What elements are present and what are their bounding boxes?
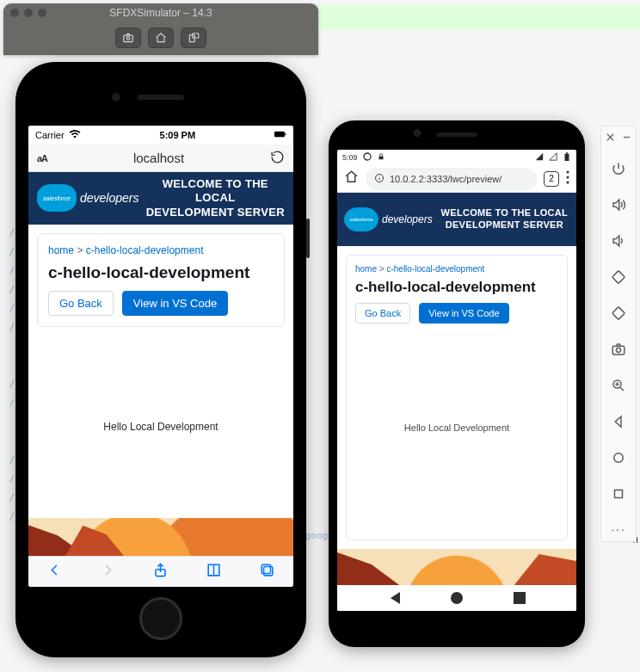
component-output: Hello Local Development bbox=[28, 336, 293, 518]
ios-front-camera bbox=[112, 93, 120, 102]
chrome-tab-count[interactable]: 2 bbox=[544, 171, 559, 187]
svg-rect-18 bbox=[612, 307, 625, 320]
emu-overview-icon[interactable] bbox=[611, 486, 626, 505]
close-window-icon[interactable] bbox=[10, 9, 19, 17]
site-info-icon[interactable] bbox=[374, 173, 385, 185]
svg-point-20 bbox=[616, 348, 620, 352]
safari-address-bar[interactable]: aA localhost bbox=[28, 145, 293, 172]
android-clock: 5:09 bbox=[342, 153, 358, 162]
share-icon[interactable] bbox=[152, 562, 169, 582]
go-back-button[interactable]: Go Back bbox=[355, 303, 410, 324]
svg-rect-10 bbox=[378, 157, 383, 160]
android-recents-icon[interactable] bbox=[514, 592, 526, 604]
background-highlight-bar bbox=[279, 5, 640, 29]
breadcrumb-home-link[interactable]: home bbox=[48, 244, 74, 256]
battery-icon bbox=[274, 130, 286, 140]
ios-clock: 5:09 PM bbox=[160, 130, 196, 140]
reader-aa-icon[interactable]: aA bbox=[37, 153, 47, 163]
view-in-vscode-button[interactable]: View in VS Code bbox=[122, 291, 228, 316]
wallpaper-strip bbox=[28, 518, 293, 556]
signal-icon-2 bbox=[549, 152, 557, 163]
developers-word: developers bbox=[382, 213, 433, 225]
volume-up-icon[interactable] bbox=[611, 197, 626, 216]
svg-rect-23 bbox=[615, 490, 623, 498]
view-in-vscode-button[interactable]: View in VS Code bbox=[419, 303, 508, 324]
chrome-menu-icon[interactable] bbox=[566, 170, 569, 188]
more-icon[interactable]: ··· bbox=[611, 522, 626, 536]
emu-home-icon[interactable] bbox=[611, 450, 626, 469]
svg-rect-5 bbox=[285, 133, 286, 135]
breadcrumb-home-link[interactable]: home bbox=[355, 264, 377, 274]
component-heading: c-hello-local-development bbox=[355, 279, 558, 296]
battery-icon bbox=[563, 152, 571, 163]
cloud-icon: salesforce bbox=[37, 184, 77, 212]
salesforce-logo: salesforce developers bbox=[37, 184, 139, 212]
chrome-url-pill[interactable]: 10.0.2.2:3333/lwc/preview/ bbox=[366, 168, 537, 190]
android-nav-bar bbox=[337, 585, 576, 611]
svg-point-1 bbox=[126, 37, 130, 40]
simulator-window-chrome: SFDXSimulator – 14.3 bbox=[3, 3, 318, 55]
developers-word: developers bbox=[80, 191, 139, 205]
forward-icon bbox=[100, 562, 116, 582]
carrier-label: Carrier bbox=[35, 130, 65, 140]
salesforce-logo: salesforce developers bbox=[344, 207, 433, 231]
android-front-camera bbox=[414, 129, 422, 137]
bookmarks-icon[interactable] bbox=[206, 562, 222, 582]
wallpaper-strip bbox=[337, 549, 576, 585]
breadcrumb-current: c-hello-local-development bbox=[86, 244, 204, 256]
traffic-lights[interactable] bbox=[10, 9, 46, 17]
rotate-left-icon[interactable] bbox=[611, 269, 626, 288]
component-output: Hello Local Development bbox=[355, 324, 558, 531]
safari-toolbar bbox=[28, 556, 293, 587]
svg-point-15 bbox=[566, 176, 569, 178]
app-header-android: salesforce developers WELCOME TO THE LOC… bbox=[337, 193, 576, 246]
tabs-icon[interactable] bbox=[259, 562, 275, 582]
home-button[interactable] bbox=[148, 28, 174, 48]
svg-rect-4 bbox=[274, 132, 285, 137]
emulator-sidebar: ··· bbox=[600, 126, 637, 542]
svg-rect-12 bbox=[566, 152, 568, 154]
ios-status-bar: Carrier 5:09 PM bbox=[28, 126, 293, 145]
welcome-heading: WELCOME TO THE LOCAL DEVELOPMENT SERVER bbox=[146, 177, 286, 219]
svg-rect-3 bbox=[193, 34, 199, 38]
back-icon[interactable] bbox=[46, 562, 63, 582]
power-icon[interactable] bbox=[611, 161, 626, 180]
ios-speaker bbox=[138, 95, 184, 100]
component-card: home > c-hello-local-development c-hello… bbox=[37, 233, 285, 327]
chrome-url-text: 10.0.2.2:3333/lwc/preview/ bbox=[390, 174, 502, 184]
android-back-icon[interactable] bbox=[388, 592, 400, 604]
volume-down-icon[interactable] bbox=[611, 233, 626, 252]
android-home-icon[interactable] bbox=[451, 592, 463, 604]
go-back-button[interactable]: Go Back bbox=[48, 291, 114, 316]
android-status-bar: 5:09 bbox=[337, 150, 576, 165]
breadcrumb-current: c-hello-local-development bbox=[386, 264, 484, 274]
lock-icon bbox=[377, 152, 385, 163]
emu-back-icon[interactable] bbox=[611, 414, 626, 433]
zoom-icon[interactable] bbox=[611, 378, 626, 397]
breadcrumb: home > c-hello-local-development bbox=[48, 244, 274, 256]
svg-rect-11 bbox=[565, 154, 569, 161]
ios-simulator-device: Carrier 5:09 PM aA localhost salesforce bbox=[15, 62, 306, 657]
simulator-title: SFDXSimulator – 14.3 bbox=[52, 7, 270, 19]
svg-rect-8 bbox=[262, 564, 270, 573]
wifi-icon bbox=[69, 130, 81, 140]
screenshot-button[interactable] bbox=[115, 28, 141, 48]
rotate-button[interactable] bbox=[181, 28, 206, 48]
minimize-window-icon[interactable] bbox=[24, 9, 33, 17]
svg-rect-0 bbox=[124, 35, 133, 42]
reload-icon[interactable] bbox=[270, 150, 285, 167]
ios-side-button[interactable] bbox=[306, 219, 310, 258]
svg-point-14 bbox=[566, 170, 569, 173]
zoom-window-icon[interactable] bbox=[38, 9, 46, 17]
ios-home-button[interactable] bbox=[139, 597, 182, 640]
svg-point-9 bbox=[364, 153, 371, 160]
url-host: localhost bbox=[56, 151, 262, 165]
chrome-home-icon[interactable] bbox=[344, 170, 359, 188]
sidebar-close-icon[interactable] bbox=[606, 130, 615, 145]
android-speaker bbox=[436, 133, 477, 137]
signal-icon bbox=[535, 152, 544, 163]
rotate-right-icon[interactable] bbox=[611, 305, 626, 324]
camera-icon[interactable] bbox=[611, 342, 626, 361]
svg-point-16 bbox=[566, 181, 569, 183]
sidebar-minimize-icon[interactable] bbox=[622, 130, 631, 145]
